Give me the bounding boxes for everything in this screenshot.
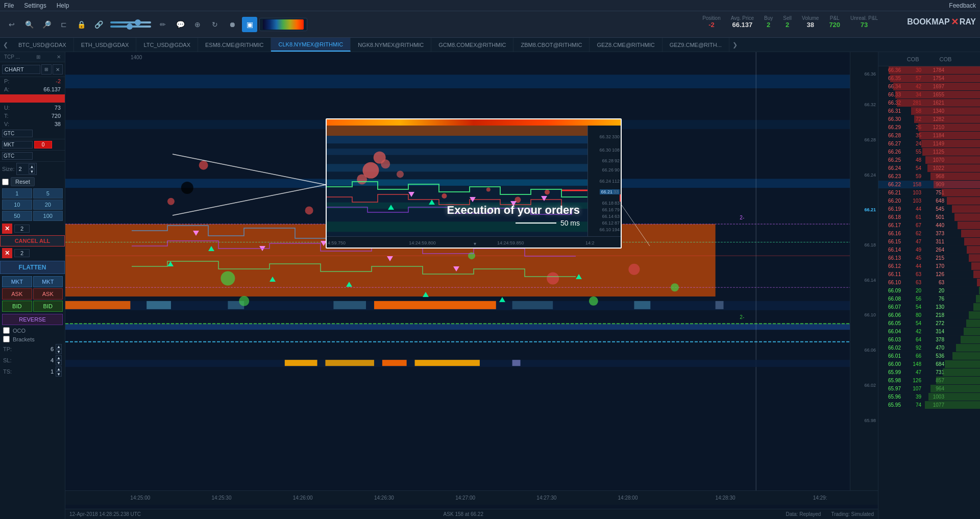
tab-gez8[interactable]: GEZ8.CME@RITHMIC [590, 38, 662, 52]
toolbar-slider-bottom[interactable] [110, 26, 151, 28]
tp-down-btn[interactable]: ▼ [56, 349, 62, 354]
svg-point-72 [442, 193, 447, 199]
tab-ngk8[interactable]: NGK8.NYMEX@RITHMIC [351, 38, 431, 52]
toolbar-note-btn[interactable]: 💬 [173, 17, 188, 32]
oco-checkbox[interactable] [3, 327, 10, 334]
tab-prev-btn[interactable]: ❮ [0, 38, 11, 52]
checkbox-reset-row: Reset [0, 176, 65, 187]
tab-zbm8[interactable]: ZBM8.CBOT@RITHMIC [513, 38, 590, 52]
chart-main-area: 2- 2- [65, 52, 878, 505]
feedback-link[interactable]: Feedback [949, 2, 976, 9]
cancel-x-btn-1[interactable]: ✕ [2, 224, 12, 234]
price-tick-66-14: 66.14 [864, 278, 876, 283]
qty-1-btn[interactable]: 1 [2, 188, 32, 199]
unreal-pl-value: 73 [861, 21, 868, 29]
tp-up-btn[interactable]: ▲ [56, 344, 62, 349]
reset-button[interactable]: Reset [11, 177, 35, 186]
price-tick-66-02: 66.02 [864, 383, 876, 388]
cancel-x-btn-2[interactable]: ✕ [2, 248, 12, 258]
ob-vol: 39 [903, 394, 923, 400]
status-right: Data: Replayed Trading: Simulated [786, 511, 874, 517]
bid-btn-1[interactable]: BID [2, 301, 32, 312]
ask-btn-1[interactable]: ASK [2, 288, 32, 300]
tab-gcm8[interactable]: GCM8.COMEX@RITHMIC [431, 38, 513, 52]
chart-expand-btn[interactable]: ⊞ [41, 64, 52, 75]
menu-help[interactable]: Help [57, 2, 69, 9]
order-type-3[interactable]: GTCDAY [2, 152, 33, 160]
ts-down-btn[interactable]: ▼ [56, 372, 62, 377]
sl-up-btn[interactable]: ▲ [56, 355, 62, 360]
bid-btn-2[interactable]: BID [33, 301, 63, 312]
tcp-expand-icon[interactable]: ⊞ [36, 54, 40, 60]
cancel-val-input-2[interactable] [14, 249, 30, 257]
tab-gez9[interactable]: GEZ9.CME@RITH... [663, 38, 729, 52]
tab-eth[interactable]: ETH_USD@GDAX [74, 38, 137, 52]
price-tick-66-21: 66.21 [864, 207, 876, 212]
ob-vol: 67 [903, 223, 923, 228]
mkt-btn-1[interactable]: MKT [2, 276, 32, 287]
toolbar-slider-top[interactable] [110, 21, 151, 23]
cancel-val-input-1[interactable] [14, 225, 30, 233]
order-type-1[interactable]: GTCDAYIOC [2, 130, 33, 137]
ob-bar [928, 393, 980, 401]
toolbar-crosshair-btn[interactable]: ⊕ [190, 17, 205, 32]
toolbar-zoom-out-btn[interactable]: 🔎 [39, 17, 54, 32]
qty-20-btn[interactable]: 20 [33, 200, 63, 210]
order-qty-input[interactable] [34, 141, 52, 149]
size-input[interactable]: 2 ▲ ▼ [16, 163, 37, 175]
toolbar-share-btn[interactable]: ⊏ [56, 17, 71, 32]
toolbar-undo-btn[interactable]: ↩ [4, 17, 19, 32]
ob-cob: 215 [923, 255, 946, 261]
chart-area[interactable]: 2- 2- [65, 52, 878, 519]
unreal-pl-label: Unreal. P&L [850, 15, 878, 21]
chart-selector: CHART ⊞ ✕ [0, 62, 65, 77]
chart-type-dropdown[interactable]: CHART [2, 65, 40, 74]
toolbar-terminal-btn[interactable]: ▣ [242, 17, 257, 32]
tab-ltc[interactable]: LTC_USD@GDAX [136, 38, 198, 52]
toolbar-slider-group[interactable] [110, 21, 151, 28]
heatmap-control[interactable] [259, 18, 307, 31]
svg-marker-49 [387, 256, 393, 261]
position-value: -2 [708, 21, 715, 29]
toolbar-record-btn[interactable]: ⏺ [225, 17, 240, 32]
toolbar-draw-btn[interactable]: ✏ [155, 17, 170, 32]
mkt-btn-2[interactable]: MKT [33, 276, 63, 287]
ob-vol: 44 [903, 206, 923, 212]
chart-close-btn[interactable]: ✕ [53, 64, 63, 75]
ts-up-btn[interactable]: ▲ [56, 366, 62, 372]
popup-price-tick-mark [620, 194, 621, 202]
size-down-btn[interactable]: ▼ [29, 169, 35, 174]
order-type-2[interactable]: MKTLMTSTP [2, 141, 33, 149]
tab-btc[interactable]: BTC_USD@GDAX [11, 38, 74, 52]
qty-50-btn[interactable]: 50 [2, 211, 32, 221]
size-up-btn[interactable]: ▲ [29, 164, 35, 169]
order-book-row: 66.36 30 1784 [878, 66, 980, 75]
checkbox-input[interactable] [2, 179, 9, 185]
qty-100-btn[interactable]: 100 [33, 211, 63, 221]
toolbar-reset-btn[interactable]: ↻ [207, 17, 223, 32]
toolbar-lock-btn[interactable]: 🔒 [74, 17, 89, 32]
qty-10-btn[interactable]: 10 [2, 200, 32, 210]
ob-vol: 92 [903, 345, 923, 351]
toolbar-zoom-in-btn[interactable]: 🔍 [21, 17, 37, 32]
tab-next-btn[interactable]: ❯ [729, 38, 741, 52]
status-data-label: Data: Replayed [786, 511, 821, 517]
toolbar-link-btn[interactable]: 🔗 [91, 17, 106, 32]
svg-point-28 [220, 271, 235, 286]
qty-5-btn[interactable]: 5 [33, 188, 63, 199]
cancel-all-button[interactable]: CANCEL ALL [0, 235, 65, 246]
reverse-button[interactable]: REVERSE [2, 314, 63, 325]
tab-clk8[interactable]: CLK8.NYMEX@RITHMIC [271, 38, 351, 52]
menu-settings[interactable]: Settings [24, 2, 46, 9]
ob-cob: 440 [923, 223, 946, 228]
brackets-checkbox[interactable] [3, 336, 10, 342]
popup-collapse-icon[interactable]: ▾ [474, 241, 476, 246]
tcp-close-icon[interactable]: ✕ [57, 54, 61, 60]
tab-esm8[interactable]: ESM8.CME@RITHMIC [198, 38, 271, 52]
ob-bar [921, 140, 980, 147]
sl-down-btn[interactable]: ▼ [56, 360, 62, 365]
flatten-button[interactable]: FLATTEN [0, 261, 65, 274]
time-label-3: 14:26:00 [293, 495, 313, 501]
menu-file[interactable]: File [4, 2, 14, 9]
ask-btn-2[interactable]: ASK [33, 288, 63, 300]
